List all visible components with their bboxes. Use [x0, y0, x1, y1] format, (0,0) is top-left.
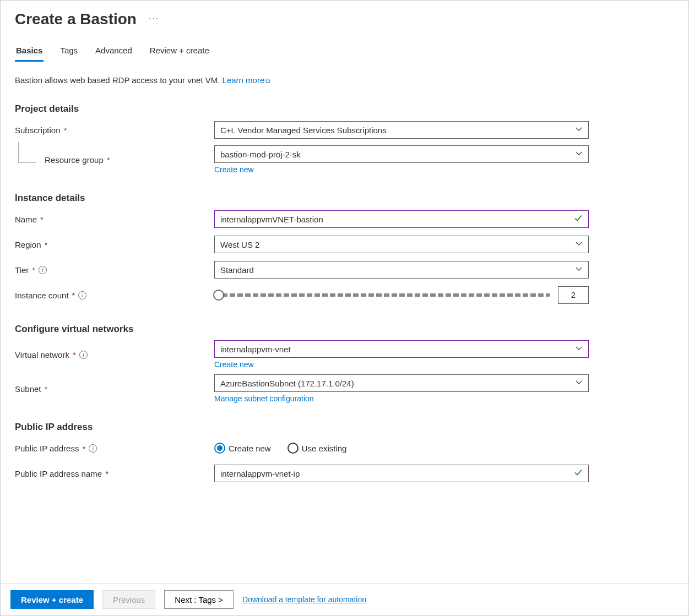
chevron-down-icon — [575, 345, 583, 354]
subnet-dropdown[interactable]: AzureBastionSubnet (172.17.1.0/24) — [214, 374, 589, 392]
required-icon: * — [40, 215, 44, 224]
public-ip-name-value: internalappvm-vnet-ip — [220, 469, 300, 478]
indent-guide — [18, 142, 36, 163]
public-ip-name-input[interactable]: internalappvm-vnet-ip — [214, 465, 589, 482]
virtual-network-value: internalappvm-vnet — [220, 345, 291, 354]
instance-count-slider[interactable] — [214, 288, 550, 302]
tier-value: Standard — [220, 265, 254, 275]
manage-subnet-link[interactable]: Manage subnet configuration — [214, 394, 314, 403]
required-icon: * — [45, 384, 48, 394]
required-icon: * — [45, 240, 48, 249]
region-value: West US 2 — [220, 240, 259, 249]
label-subnet: Subnet — [15, 384, 41, 394]
tab-basics[interactable]: Basics — [15, 43, 44, 62]
check-icon — [574, 214, 583, 225]
subnet-value: AzureBastionSubnet (172.17.1.0/24) — [220, 379, 354, 388]
required-icon: * — [82, 444, 85, 453]
page-title: Create a Bastion — [15, 10, 137, 28]
slider-track — [214, 293, 550, 297]
tab-tags[interactable]: Tags — [59, 43, 79, 62]
instance-count-input[interactable]: 2 — [558, 286, 589, 304]
section-public-ip: Public IP address — [15, 422, 674, 433]
chevron-down-icon — [575, 240, 583, 249]
region-dropdown[interactable]: West US 2 — [214, 236, 589, 253]
required-icon: * — [64, 126, 67, 135]
learn-more-label: Learn more — [223, 75, 265, 85]
label-public-ip-name: Public IP address name — [15, 469, 102, 478]
download-template-link[interactable]: Download a template for automation — [242, 595, 366, 604]
intro-body: Bastion allows web based RDP access to y… — [15, 75, 223, 85]
required-icon: * — [105, 469, 108, 478]
tab-bar: Basics Tags Advanced Review + create — [15, 43, 674, 62]
virtual-network-dropdown[interactable]: internalappvm-vnet — [214, 340, 589, 358]
label-name: Name — [15, 215, 37, 224]
external-link-icon: ⧉ — [265, 77, 270, 85]
radio-use-existing[interactable] — [287, 443, 299, 454]
label-instance-count: Instance count — [15, 291, 69, 300]
label-public-ip: Public IP address — [15, 444, 79, 453]
required-icon: * — [32, 265, 35, 275]
intro-text: Bastion allows web based RDP access to y… — [15, 75, 674, 85]
next-button[interactable]: Next : Tags > — [164, 590, 234, 609]
info-icon[interactable]: i — [78, 291, 86, 299]
required-icon: * — [72, 291, 75, 300]
tab-review-create[interactable]: Review + create — [149, 43, 210, 62]
chevron-down-icon — [575, 265, 583, 275]
tab-advanced[interactable]: Advanced — [94, 43, 133, 62]
section-project-details: Project details — [15, 103, 674, 115]
resource-group-value: bastion-mod-proj-2-sk — [220, 150, 301, 159]
name-input[interactable]: internalappvmVNET-bastion — [214, 210, 589, 228]
label-region: Region — [15, 240, 41, 249]
label-tier: Tier — [15, 265, 29, 275]
label-virtual-network: Virtual network — [15, 350, 69, 359]
section-instance-details: Instance details — [15, 193, 674, 204]
section-configure-vnet: Configure virtual networks — [15, 324, 674, 335]
info-icon[interactable]: i — [39, 266, 47, 274]
info-icon[interactable]: i — [89, 444, 97, 453]
radio-create-new[interactable] — [214, 443, 225, 454]
required-icon: * — [107, 155, 110, 165]
create-new-vnet-link[interactable]: Create new — [214, 360, 254, 369]
subscription-dropdown[interactable]: C+L Vendor Managed Services Subscription… — [214, 121, 589, 139]
radio-use-existing-label: Use existing — [302, 444, 347, 453]
chevron-down-icon — [575, 379, 583, 388]
slider-thumb[interactable] — [213, 290, 224, 301]
resource-group-dropdown[interactable]: bastion-mod-proj-2-sk — [214, 145, 589, 163]
footer-bar: Review + create Previous Next : Tags > D… — [1, 583, 688, 615]
chevron-down-icon — [575, 126, 583, 135]
check-icon — [574, 468, 583, 479]
tier-dropdown[interactable]: Standard — [214, 261, 589, 279]
name-value: internalappvmVNET-bastion — [220, 215, 323, 224]
chevron-down-icon — [575, 150, 583, 159]
subscription-value: C+L Vendor Managed Services Subscription… — [220, 126, 387, 135]
more-actions-icon[interactable]: ··· — [149, 14, 159, 24]
label-subscription: Subscription — [15, 126, 61, 135]
info-icon[interactable]: i — [79, 351, 88, 359]
label-resource-group: Resource group — [45, 155, 104, 165]
create-new-rg-link[interactable]: Create new — [214, 165, 254, 174]
review-create-button[interactable]: Review + create — [10, 590, 94, 609]
previous-button: Previous — [102, 590, 155, 609]
required-icon: * — [73, 350, 76, 359]
radio-create-new-label: Create new — [229, 444, 271, 453]
learn-more-link[interactable]: Learn more⧉ — [223, 75, 271, 85]
